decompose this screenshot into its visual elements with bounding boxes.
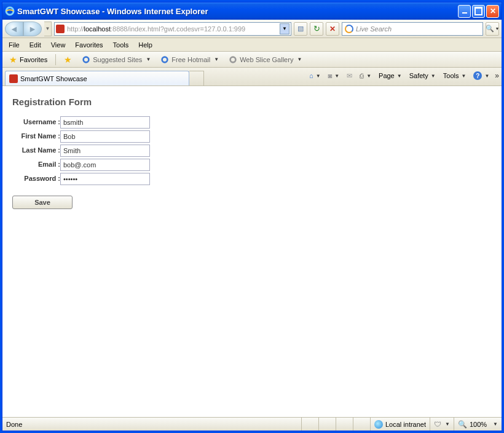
read-mail-button[interactable]: ✉: [344, 70, 355, 82]
label-lastname: Last Name :: [12, 145, 60, 157]
navigation-bar: ◄ ► ▼ http://localhost:8888/index.html?g…: [2, 20, 502, 38]
fav-suggested-sites[interactable]: Suggested Sites▼: [77, 54, 155, 66]
safety-menu[interactable]: Safety▼: [406, 70, 439, 81]
zone-label: Local intranet: [385, 421, 426, 428]
zoom-level: 100%: [470, 421, 487, 428]
address-dropdown[interactable]: ▼: [280, 23, 289, 34]
shield-icon: 🛡: [434, 420, 441, 429]
svg-point-2: [162, 57, 168, 62]
menu-bar: File Edit View Favorites Tools Help: [2, 38, 502, 52]
label-email: Email :: [12, 159, 60, 171]
status-bar: Done Local intranet 🛡▼ 🔍 100% ▼: [2, 417, 502, 431]
input-password[interactable]: [60, 173, 150, 185]
star-add-icon: ★: [64, 55, 72, 65]
registration-form: Username : First Name : Last Name : Emai…: [12, 114, 150, 187]
tab-smartgwt-showcase[interactable]: SmartGWT Showcase: [5, 71, 189, 85]
home-button[interactable]: ⌂▼: [306, 70, 324, 81]
forward-button[interactable]: ►: [23, 22, 42, 36]
svg-point-3: [230, 57, 236, 62]
maximize-button[interactable]: [472, 5, 485, 18]
search-placeholder: Live Search: [356, 25, 480, 33]
input-username[interactable]: [60, 116, 150, 129]
new-tab-button[interactable]: [189, 71, 204, 85]
help-icon: ?: [473, 71, 482, 80]
input-lastname[interactable]: [60, 145, 150, 157]
label-password: Password :: [12, 173, 60, 185]
site-icon: [56, 25, 65, 33]
protected-mode[interactable]: 🛡▼: [430, 418, 454, 431]
rss-icon: ◙: [328, 72, 333, 79]
fav-free-hotmail[interactable]: Free Hotmail▼: [156, 54, 223, 66]
status-text: Done: [2, 421, 301, 428]
tab-title: SmartGWT Showcase: [20, 75, 87, 82]
favorites-label: Favorites: [20, 56, 47, 63]
input-firstname[interactable]: [60, 130, 150, 143]
mail-icon: ✉: [347, 72, 352, 80]
window-title: SmartGWT Showcase - Windows Internet Exp…: [17, 7, 458, 16]
label-firstname: First Name :: [12, 130, 60, 143]
home-icon: ⌂: [309, 72, 313, 79]
favorites-button[interactable]: ★ Favorites: [5, 53, 52, 66]
address-bar[interactable]: http://localhost:8888/index.html?gwt.cod…: [54, 22, 291, 36]
menu-view[interactable]: View: [46, 40, 71, 50]
menu-edit[interactable]: Edit: [25, 40, 46, 50]
label-username: Username :: [12, 116, 60, 129]
bing-icon: [345, 25, 353, 33]
security-zone[interactable]: Local intranet: [370, 418, 430, 431]
ie-icon: [229, 55, 237, 64]
search-box[interactable]: Live Search: [342, 22, 483, 36]
menu-file[interactable]: File: [4, 40, 25, 50]
menu-favorites[interactable]: Favorites: [70, 40, 108, 50]
zoom-icon: 🔍: [458, 420, 467, 429]
tab-icon: [9, 74, 18, 83]
save-button[interactable]: Save: [12, 196, 73, 209]
close-button[interactable]: [486, 5, 499, 18]
print-icon: ⎙: [360, 72, 364, 79]
add-favorite-button[interactable]: ★: [60, 53, 76, 66]
help-button[interactable]: ?▼: [470, 70, 492, 82]
print-button[interactable]: ⎙▼: [356, 70, 374, 81]
page-menu[interactable]: Page▼: [376, 70, 405, 81]
globe-icon: [374, 420, 383, 429]
menu-tools[interactable]: Tools: [108, 40, 134, 50]
back-button[interactable]: ◄: [5, 22, 23, 36]
svg-point-1: [84, 57, 89, 62]
ie-icon: [82, 55, 90, 64]
toolbar-overflow[interactable]: »: [495, 71, 499, 80]
titlebar: SmartGWT Showcase - Windows Internet Exp…: [2, 2, 502, 20]
zoom-control[interactable]: 🔍 100% ▼: [454, 418, 502, 431]
refresh-button[interactable]: ↻: [310, 22, 323, 36]
ie-logo-icon: [5, 6, 15, 16]
feeds-button[interactable]: ◙▼: [325, 70, 343, 81]
compat-view-button[interactable]: ▧: [294, 22, 307, 36]
search-button[interactable]: 🔍▼: [486, 22, 499, 36]
tab-bar: SmartGWT Showcase ⌂▼ ◙▼ ✉ ⎙▼ Page▼ Safet…: [2, 68, 502, 86]
page-content: Registration Form Username : First Name …: [2, 86, 502, 417]
address-text: http://localhost:8888/index.html?gwt.cod…: [67, 25, 277, 33]
ie-icon: [160, 55, 169, 64]
star-icon: ★: [9, 55, 17, 65]
form-title: Registration Form: [12, 97, 492, 107]
input-email[interactable]: [60, 159, 150, 171]
zoom-dropdown: ▼: [493, 421, 498, 427]
minimize-button[interactable]: [458, 5, 471, 18]
tools-menu[interactable]: Tools▼: [440, 70, 470, 81]
menu-help[interactable]: Help: [133, 40, 157, 50]
stop-button[interactable]: ✕: [326, 22, 339, 36]
fav-web-slice[interactable]: Web Slice Gallery▼: [224, 54, 306, 66]
nav-history-dropdown[interactable]: ▼: [44, 22, 52, 36]
favorites-bar: ★ Favorites ★ Suggested Sites▼ Free Hotm…: [2, 52, 502, 68]
